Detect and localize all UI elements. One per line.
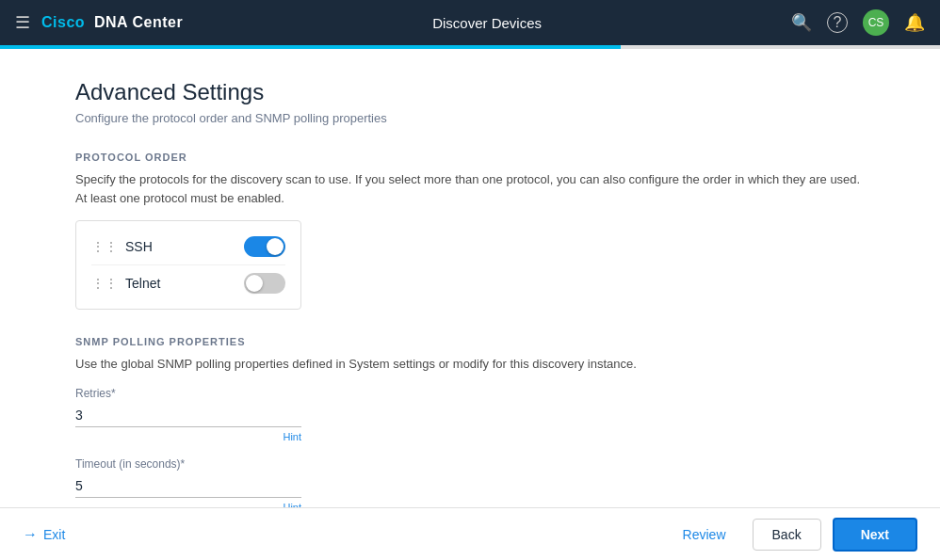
next-button[interactable]: Next — [833, 518, 917, 552]
telnet-toggle-knob — [246, 275, 263, 292]
protocol-section-description: Specify the protocols for the discovery … — [75, 170, 865, 207]
page-subtitle: Configure the protocol order and SNMP po… — [75, 111, 865, 125]
protocol-list: ⋮⋮ SSH ⋮⋮ Telnet — [75, 220, 301, 310]
timeout-input[interactable] — [75, 474, 301, 498]
review-button[interactable]: Review — [668, 520, 741, 550]
ssh-toggle-knob — [267, 238, 284, 255]
app-logo: Cisco DNA Center — [41, 14, 183, 31]
snmp-section: SNMP POLLING PROPERTIES Use the global S… — [75, 336, 865, 507]
drag-icon-ssh: ⋮⋮ — [91, 239, 118, 254]
hamburger-icon[interactable]: ☰ — [15, 12, 30, 33]
footer-right: Review Back Next — [668, 518, 917, 552]
retries-hint[interactable]: Hint — [75, 431, 301, 442]
cisco-brand: Cisco — [41, 14, 85, 30]
drag-icon-telnet: ⋮⋮ — [91, 276, 118, 291]
page-title: Advanced Settings — [75, 79, 865, 105]
header-icons-group: 🔍 ? CS 🔔 — [791, 9, 925, 36]
back-button[interactable]: Back — [753, 519, 821, 551]
exit-label: Exit — [43, 527, 65, 542]
timeout-form-group: Timeout (in seconds)* Hint — [75, 457, 301, 508]
app-name: DNA Center — [94, 14, 183, 30]
snmp-section-description: Use the global SNMP polling properties d… — [75, 355, 865, 374]
snmp-section-label: SNMP POLLING PROPERTIES — [75, 336, 865, 347]
content-area: Advanced Settings Configure the protocol… — [0, 49, 940, 507]
app-header: ☰ Cisco DNA Center Discover Devices 🔍 ? … — [0, 0, 940, 45]
protocol-row-ssh: ⋮⋮ SSH — [91, 229, 285, 264]
avatar[interactable]: CS — [863, 9, 889, 36]
protocol-left-telnet: ⋮⋮ Telnet — [91, 276, 160, 291]
main-content: Advanced Settings Configure the protocol… — [0, 49, 940, 560]
ssh-toggle[interactable] — [244, 236, 285, 257]
retries-label: Retries* — [75, 387, 301, 400]
search-icon[interactable]: 🔍 — [791, 12, 812, 33]
footer: → Exit Review Back Next — [0, 507, 940, 560]
header-left: ☰ Cisco DNA Center — [15, 12, 183, 33]
protocol-left-ssh: ⋮⋮ SSH — [91, 239, 153, 254]
page-header-title: Discover Devices — [432, 15, 542, 31]
timeout-label: Timeout (in seconds)* — [75, 457, 301, 471]
exit-icon: → — [23, 526, 38, 543]
exit-button[interactable]: → Exit — [23, 526, 65, 543]
protocol-name-telnet: Telnet — [125, 276, 160, 291]
retries-form-group: Retries* Hint — [75, 387, 301, 442]
telnet-toggle[interactable] — [244, 273, 285, 294]
protocol-name-ssh: SSH — [125, 239, 153, 254]
retries-input[interactable] — [75, 404, 301, 427]
help-icon[interactable]: ? — [827, 12, 848, 33]
bell-icon[interactable]: 🔔 — [904, 12, 925, 33]
protocol-row-telnet: ⋮⋮ Telnet — [91, 264, 285, 301]
protocol-section-label: PROTOCOL ORDER — [75, 152, 865, 163]
